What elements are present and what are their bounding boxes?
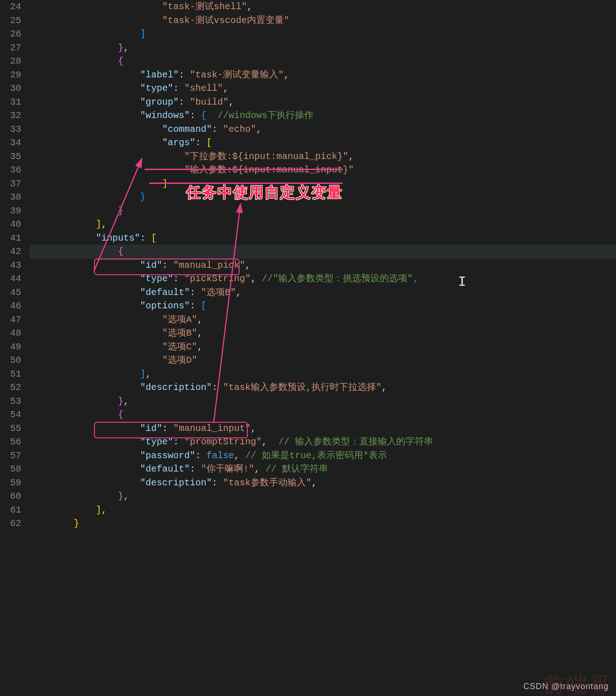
code-line[interactable]: {	[29, 408, 616, 422]
line-number: 61	[4, 503, 21, 517]
line-number: 36	[4, 163, 21, 177]
code-line[interactable]: },	[29, 395, 616, 408]
code-line[interactable]: "default": "你干嘛啊!", // 默认字符串	[29, 462, 616, 476]
line-number-gutter: 2425262728293031323334353637383940414243…	[0, 0, 29, 531]
line-number: 62	[4, 517, 21, 531]
line-number: 59	[4, 476, 21, 490]
code-line[interactable]: },	[29, 490, 616, 503]
line-number: 39	[4, 204, 21, 218]
code-line[interactable]: "args": [	[29, 136, 616, 150]
code-line[interactable]: "windows": { //windows下执行操作	[29, 109, 616, 123]
code-line[interactable]: "type": "promptString", // 输入参数类型：直接输入的字…	[29, 435, 616, 449]
code-line[interactable]: {	[29, 245, 616, 259]
line-number: 60	[4, 490, 21, 503]
code-line[interactable]: "选项A",	[29, 313, 616, 327]
line-number: 27	[4, 41, 21, 55]
code-line[interactable]: "group": "build",	[29, 95, 616, 109]
code-line[interactable]: "options": [	[29, 299, 616, 313]
line-number: 48	[4, 326, 21, 340]
code-line[interactable]: "task-测试shell",	[29, 0, 616, 14]
code-line[interactable]: "password": false, // 如果是true,表示密码用*表示	[29, 449, 616, 463]
line-number: 29	[4, 68, 21, 82]
line-number: 57	[4, 449, 21, 463]
code-line[interactable]: "command": "echo",	[29, 123, 616, 136]
line-number: 47	[4, 313, 21, 327]
line-number: 50	[4, 354, 21, 367]
line-number: 54	[4, 408, 21, 422]
code-line[interactable]: ],	[29, 218, 616, 231]
line-number: 52	[4, 381, 21, 395]
line-number: 38	[4, 190, 21, 204]
code-line[interactable]: "选项C",	[29, 340, 616, 354]
code-line[interactable]: ]	[29, 177, 616, 191]
line-number: 31	[4, 95, 21, 109]
code-line[interactable]: {	[29, 54, 616, 68]
line-number: 40	[4, 218, 21, 231]
code-line[interactable]: }	[29, 517, 616, 531]
line-number: 30	[4, 82, 21, 95]
code-line[interactable]: "default": "选项B",	[29, 286, 616, 300]
line-number: 33	[4, 123, 21, 136]
code-line[interactable]: "task-测试vscode内置变量"	[29, 14, 616, 28]
line-number: 28	[4, 54, 21, 68]
line-number: 55	[4, 422, 21, 436]
line-number: 41	[4, 231, 21, 245]
line-number: 45	[4, 286, 21, 300]
code-line[interactable]: "type": "shell",	[29, 82, 616, 95]
code-area[interactable]: "task-测试shell", "task-测试vscode内置变量" ] },…	[29, 0, 616, 531]
code-line[interactable]: },	[29, 41, 616, 55]
code-line[interactable]: ],	[29, 367, 616, 381]
code-line[interactable]: "id": "manual_pick",	[29, 259, 616, 272]
line-number: 25	[4, 14, 21, 28]
line-number: 37	[4, 177, 21, 191]
code-line[interactable]: "id": "manual_input",	[29, 422, 616, 436]
line-number: 24	[4, 0, 21, 14]
code-line[interactable]: ]	[29, 27, 616, 41]
code-line[interactable]: ],	[29, 503, 616, 517]
code-line[interactable]: "description": "task参数手动输入",	[29, 476, 616, 490]
code-line[interactable]: "下拉参数:${input:manual_pick}",	[29, 150, 616, 164]
code-line[interactable]: "选项B",	[29, 326, 616, 340]
line-number: 35	[4, 150, 21, 164]
line-number: 34	[4, 136, 21, 150]
line-number: 46	[4, 299, 21, 313]
code-line[interactable]: }	[29, 204, 616, 218]
code-line[interactable]: "输入参数:${input:manual_input}"	[29, 163, 616, 177]
code-line[interactable]: "选项D"	[29, 354, 616, 367]
line-number: 44	[4, 272, 21, 286]
code-line[interactable]: "label": "task-测试变量输入",	[29, 68, 616, 82]
line-number: 56	[4, 435, 21, 449]
code-line[interactable]: "type": "pickString", //"输入参数类型：挑选预设的选项"…	[29, 272, 616, 286]
line-number: 51	[4, 367, 21, 381]
line-number: 42	[4, 245, 21, 259]
line-number: 53	[4, 395, 21, 408]
line-number: 32	[4, 109, 21, 123]
code-line[interactable]: }	[29, 190, 616, 204]
line-number: 43	[4, 259, 21, 272]
code-editor[interactable]: 2425262728293031323334353637383940414243…	[0, 0, 616, 531]
line-number: 49	[4, 340, 21, 354]
line-number: 26	[4, 27, 21, 41]
line-number: 58	[4, 462, 21, 476]
code-line[interactable]: "inputs": [	[29, 231, 616, 245]
code-line[interactable]: "description": "task输入参数预设,执行时下拉选择",	[29, 381, 616, 395]
